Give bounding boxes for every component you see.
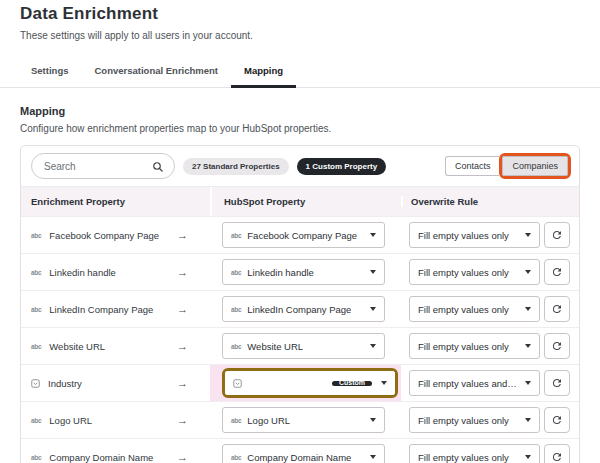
chevron-down-icon: [370, 307, 376, 311]
maps-to-arrow-icon: →: [177, 414, 188, 426]
dropdown-property-type-icon: [233, 379, 242, 388]
contacts-toggle-button[interactable]: Contacts: [445, 156, 500, 176]
page-title: Data Enrichment: [20, 4, 580, 24]
reset-mapping-button[interactable]: [544, 444, 570, 463]
text-property-type-icon: abc: [231, 232, 241, 239]
maps-to-arrow-icon: →: [177, 303, 188, 315]
text-property-type-icon: abc: [231, 269, 241, 276]
text-property-type-icon: abc: [231, 306, 241, 313]
overwrite-rule-value: Fill empty values only: [418, 304, 509, 315]
overwrite-rule-dropdown[interactable]: Fill empty values and ov...: [409, 370, 540, 396]
hubspot-property-dropdown[interactable]: abc Website URL: [222, 333, 385, 359]
table-row-linkedin-company-page: abc LinkedIn Company Page → abc LinkedIn…: [21, 290, 579, 327]
overwrite-rule-dropdown[interactable]: Fill empty values only: [409, 222, 540, 248]
table-row-company-domain-name: abc Company Domain Name → abc Company Do…: [21, 438, 579, 463]
custom-property-tag: Custom: [332, 381, 372, 386]
reset-mapping-button[interactable]: [544, 222, 570, 248]
reset-mapping-button[interactable]: [544, 259, 570, 285]
hubspot-property-dropdown[interactable]: abc Facebook Company Page: [222, 222, 385, 248]
overwrite-rule-dropdown[interactable]: Fill empty values only: [409, 407, 540, 433]
chevron-down-icon: [370, 418, 376, 422]
reset-mapping-button[interactable]: [544, 296, 570, 322]
mapping-section-description: Configure how enrichment properties map …: [20, 123, 580, 134]
chevron-down-icon: [525, 344, 531, 348]
hubspot-property-dropdown[interactable]: abc Company Domain Name: [222, 444, 385, 463]
column-header-hubspot-property: HubSpot Property: [210, 187, 401, 216]
search-input[interactable]: [32, 161, 144, 172]
search-box: [31, 153, 175, 179]
table-toolbar: 27 Standard Properties 1 Custom Property…: [21, 146, 579, 186]
table-header-row: Enrichment Property HubSpot Property Ove…: [21, 186, 579, 216]
text-property-type-icon: abc: [231, 417, 241, 424]
chevron-down-icon: [525, 307, 531, 311]
tab-settings[interactable]: Settings: [18, 57, 81, 88]
chevron-down-icon: [381, 381, 387, 385]
reset-mapping-button[interactable]: [544, 370, 570, 396]
sync-icon: [551, 303, 563, 315]
reset-mapping-button[interactable]: [544, 407, 570, 433]
maps-to-arrow-icon: →: [177, 377, 188, 389]
tab-conversational-enrichment[interactable]: Conversational Enrichment: [81, 57, 231, 88]
companies-click-annotation: Companies: [499, 153, 571, 179]
enrichment-property-label: LinkedIn Company Page: [49, 304, 153, 315]
reset-mapping-button[interactable]: [544, 333, 570, 359]
text-property-type-icon: abc: [31, 232, 41, 239]
overwrite-rule-value: Fill empty values and ov...: [418, 378, 519, 389]
text-property-type-icon: abc: [31, 454, 41, 461]
maps-to-arrow-icon: →: [177, 340, 188, 352]
enrichment-property-label: Facebook Company Page: [49, 230, 159, 241]
enrichment-property-label: Industry: [48, 378, 82, 389]
column-header-overwrite-rule: Overwrite Rule: [401, 196, 579, 207]
text-property-type-icon: abc: [31, 343, 41, 350]
column-header-enrichment-property: Enrichment Property: [21, 196, 210, 207]
custom-property-badge: 1 Custom Property: [297, 158, 387, 175]
highlighted-cell: TEST DROPDOWN Custom: [210, 365, 401, 401]
hubspot-property-dropdown[interactable]: abc LinkedIn Company Page: [222, 296, 385, 322]
text-property-type-icon: abc: [231, 343, 241, 350]
chevron-down-icon: [370, 233, 376, 237]
companies-toggle-button[interactable]: Companies: [502, 156, 568, 176]
text-property-type-icon: abc: [231, 454, 241, 461]
search-icon: [152, 159, 164, 177]
hubspot-property-dropdown[interactable]: TEST DROPDOWN Custom: [225, 371, 395, 395]
test-dropdown-click-annotation: TEST DROPDOWN Custom: [222, 368, 398, 398]
hubspot-property-dropdown[interactable]: abc Linkedin handle: [222, 259, 385, 285]
overwrite-rule-value: Fill empty values only: [418, 452, 509, 463]
hubspot-property-dropdown[interactable]: abc Logo URL: [222, 407, 385, 433]
hubspot-property-value: Company Domain Name: [247, 452, 351, 463]
overwrite-rule-dropdown[interactable]: Fill empty values only: [409, 333, 540, 359]
chevron-down-icon: [370, 344, 376, 348]
overwrite-rule-value: Fill empty values only: [418, 415, 509, 426]
chevron-down-icon: [525, 418, 531, 422]
overwrite-rule-dropdown[interactable]: Fill empty values only: [409, 444, 540, 463]
overwrite-rule-dropdown[interactable]: Fill empty values only: [409, 296, 540, 322]
text-property-type-icon: abc: [31, 417, 41, 424]
enrichment-property-label: Logo URL: [49, 415, 92, 426]
hubspot-property-value: Logo URL: [247, 415, 290, 426]
text-property-type-icon: abc: [31, 269, 41, 276]
overwrite-rule-dropdown[interactable]: Fill empty values only: [409, 259, 540, 285]
sync-icon: [551, 414, 563, 426]
text-property-type-icon: abc: [31, 306, 41, 313]
maps-to-arrow-icon: →: [177, 229, 188, 241]
standard-properties-badge: 27 Standard Properties: [183, 158, 289, 175]
hubspot-property-value: Website URL: [247, 341, 303, 352]
table-row-facebook-company-page: abc Facebook Company Page → abc Facebook…: [21, 216, 579, 253]
table-row-website-url: abc Website URL → abc Website URL Fill e…: [21, 327, 579, 364]
tab-mapping[interactable]: Mapping: [231, 57, 296, 88]
enrichment-property-label: Linkedin handle: [49, 267, 116, 278]
enrichment-property-label: Company Domain Name: [49, 452, 153, 463]
hubspot-property-value: Linkedin handle: [247, 267, 314, 278]
table-row-logo-url: abc Logo URL → abc Logo URL Fill empty v…: [21, 401, 579, 438]
mapping-section-title: Mapping: [20, 105, 580, 117]
sync-icon: [551, 229, 563, 241]
chevron-down-icon: [370, 455, 376, 459]
chevron-down-icon: [525, 455, 531, 459]
sync-icon: [551, 377, 563, 389]
overwrite-rule-value: Fill empty values only: [418, 230, 509, 241]
overwrite-rule-value: Fill empty values only: [418, 267, 509, 278]
enrichment-property-label: Website URL: [49, 341, 105, 352]
mapping-table-card: 27 Standard Properties 1 Custom Property…: [20, 145, 580, 463]
maps-to-arrow-icon: →: [177, 266, 188, 278]
chevron-down-icon: [525, 233, 531, 237]
